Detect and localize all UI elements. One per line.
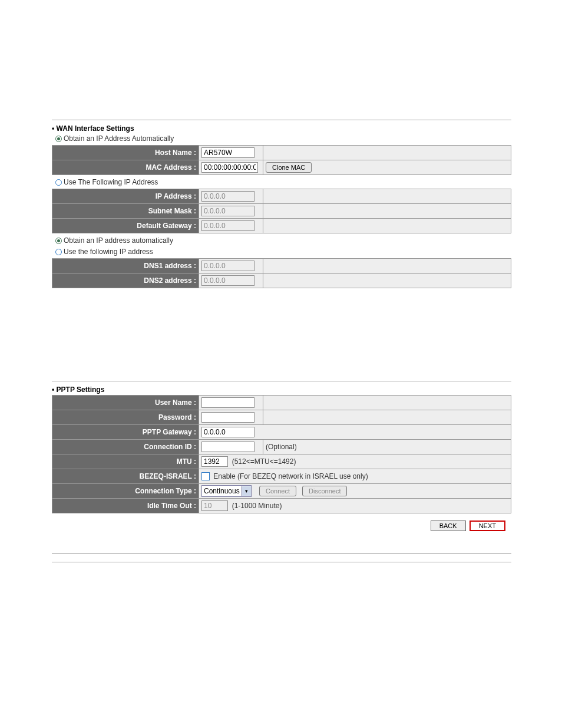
clone-mac-button[interactable]: Clone MAC bbox=[266, 162, 312, 173]
connid-note: (Optional) bbox=[266, 443, 297, 451]
dns1-label: DNS1 address : bbox=[52, 259, 199, 274]
gateway-label: Default Gateway : bbox=[52, 219, 199, 233]
disconnect-button[interactable]: Disconnect bbox=[302, 486, 347, 496]
password-label: Password : bbox=[52, 410, 199, 425]
conntype-select[interactable]: Continuous ▾ bbox=[201, 485, 252, 497]
password-input[interactable] bbox=[201, 412, 254, 423]
bottom-buttons: BACK NEXT bbox=[52, 516, 511, 533]
dns1-spare bbox=[263, 259, 511, 274]
dns-radio-static-label: Use the following IP address bbox=[64, 248, 153, 256]
gateway-cell bbox=[199, 219, 263, 233]
wan-auto-table: Host Name : MAC Address : Clone MAC bbox=[52, 145, 511, 175]
bezeq-note: Enable (For BEZEQ network in ISRAEL use … bbox=[213, 472, 368, 480]
username-label: User Name : bbox=[52, 396, 199, 410]
wan-radio-static[interactable]: Use The Following IP Address bbox=[52, 177, 511, 189]
clone-mac-cell: Clone MAC bbox=[263, 160, 511, 175]
conntype-value: Continuous bbox=[204, 487, 240, 495]
idle-label: Idle Time Out : bbox=[52, 499, 199, 513]
idle-note: (1-1000 Minute) bbox=[232, 502, 282, 510]
password-cell bbox=[199, 410, 263, 425]
dns-table: DNS1 address : DNS2 address : bbox=[52, 258, 511, 288]
dns2-spare bbox=[263, 274, 511, 288]
host-name-cell bbox=[199, 146, 263, 160]
mac-cell bbox=[199, 160, 263, 175]
wan-section-title: WAN Interface Settings bbox=[52, 122, 511, 134]
dns1-cell bbox=[199, 259, 263, 274]
wan-radio-static-label: Use The Following IP Address bbox=[64, 178, 158, 186]
idle-input bbox=[201, 500, 228, 511]
chevron-down-icon: ▾ bbox=[242, 486, 251, 496]
subnet-cell bbox=[199, 204, 263, 219]
dns-radio-auto-label: Obtain an IP address automatically bbox=[64, 236, 173, 245]
subnet-spare bbox=[263, 204, 511, 219]
connid-input[interactable] bbox=[201, 442, 254, 452]
pptp-table: User Name : Password : PPTP Gateway : Co… bbox=[52, 395, 511, 513]
subnet-input bbox=[201, 206, 254, 216]
username-cell bbox=[199, 396, 263, 410]
pptp-gateway-cell bbox=[199, 425, 511, 440]
ip-label: IP Address : bbox=[52, 189, 199, 204]
bezeq-label: BEZEQ-ISRAEL : bbox=[52, 469, 199, 484]
ip-input bbox=[201, 191, 254, 202]
dns2-label: DNS2 address : bbox=[52, 274, 199, 288]
radio-selected-icon bbox=[55, 238, 62, 244]
conntype-label: Connection Type : bbox=[52, 484, 199, 499]
radio-unselected-icon bbox=[55, 249, 62, 255]
dns-radio-auto[interactable]: Obtain an IP address automatically bbox=[52, 236, 511, 247]
dns1-input bbox=[201, 261, 254, 271]
host-name-input[interactable] bbox=[201, 147, 254, 158]
dns2-cell bbox=[199, 274, 263, 288]
gateway-spare bbox=[263, 219, 511, 233]
ip-spare bbox=[263, 189, 511, 204]
password-spare bbox=[263, 410, 511, 425]
mtu-cell: (512<=MTU<=1492) bbox=[199, 454, 511, 469]
pptp-section-title: PPTP Settings bbox=[52, 383, 511, 395]
subnet-label: Subnet Mask : bbox=[52, 204, 199, 219]
connid-cell bbox=[199, 440, 263, 454]
connid-note-cell: (Optional) bbox=[263, 440, 511, 454]
mtu-input[interactable] bbox=[201, 456, 228, 467]
idle-cell: (1-1000 Minute) bbox=[199, 499, 511, 513]
dns-radio-static[interactable]: Use the following IP address bbox=[52, 247, 511, 258]
pptp-gateway-label: PPTP Gateway : bbox=[52, 425, 199, 440]
connect-button[interactable]: Connect bbox=[259, 486, 296, 496]
wan-radio-auto[interactable]: Obtain an IP Address Automatically bbox=[52, 134, 511, 145]
bezeq-cell: Enable (For BEZEQ network in ISRAEL use … bbox=[199, 469, 511, 484]
mtu-note: (512<=MTU<=1492) bbox=[232, 457, 296, 466]
wan-radio-auto-label: Obtain an IP Address Automatically bbox=[64, 134, 174, 143]
mac-label: MAC Address : bbox=[52, 160, 199, 175]
ip-cell bbox=[199, 189, 263, 204]
wan-static-table: IP Address : Subnet Mask : Default Gatew… bbox=[52, 189, 511, 233]
conntype-cell: Continuous ▾ Connect Disconnect bbox=[199, 484, 511, 499]
host-name-spare bbox=[263, 146, 511, 160]
next-button[interactable]: NEXT bbox=[470, 521, 505, 531]
radio-selected-icon bbox=[55, 136, 62, 142]
username-input[interactable] bbox=[201, 397, 254, 408]
pptp-gateway-input[interactable] bbox=[201, 427, 254, 437]
gateway-input bbox=[201, 220, 254, 231]
back-button[interactable]: BACK bbox=[431, 521, 466, 531]
mtu-label: MTU : bbox=[52, 454, 199, 469]
host-name-label: Host Name : bbox=[52, 146, 199, 160]
mac-input[interactable] bbox=[201, 162, 258, 173]
bezeq-checkbox[interactable] bbox=[201, 472, 210, 480]
username-spare bbox=[263, 396, 511, 410]
dns2-input bbox=[201, 275, 254, 286]
connid-label: Connection ID : bbox=[52, 440, 199, 454]
radio-unselected-icon bbox=[55, 179, 62, 186]
